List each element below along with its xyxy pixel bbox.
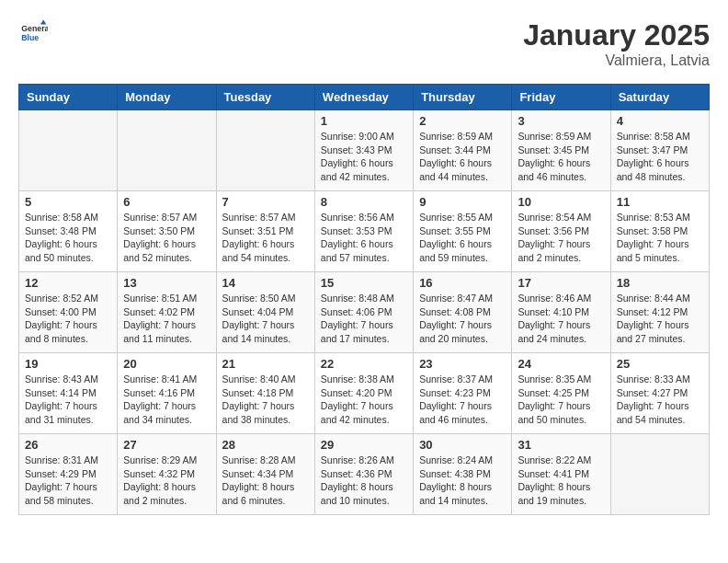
day-number: 16 (419, 276, 506, 290)
weekday-header-sunday: Sunday (19, 85, 118, 110)
calendar-cell: 2Sunrise: 8:59 AM Sunset: 3:44 PM Daylig… (414, 110, 512, 191)
day-info: Sunrise: 8:52 AM Sunset: 4:00 PM Dayligh… (25, 292, 111, 346)
day-number: 4 (617, 114, 703, 128)
day-number: 10 (518, 195, 604, 209)
calendar-cell: 21Sunrise: 8:40 AM Sunset: 4:18 PM Dayli… (216, 353, 314, 434)
calendar-cell: 4Sunrise: 8:58 AM Sunset: 3:47 PM Daylig… (610, 110, 709, 191)
day-info: Sunrise: 8:26 AM Sunset: 4:36 PM Dayligh… (321, 454, 407, 508)
day-number: 12 (25, 276, 111, 290)
calendar-cell: 24Sunrise: 8:35 AM Sunset: 4:25 PM Dayli… (512, 353, 610, 434)
day-number: 14 (222, 276, 309, 290)
month-title: January 2025 (523, 18, 710, 52)
day-info: Sunrise: 8:58 AM Sunset: 3:48 PM Dayligh… (25, 211, 111, 265)
calendar-cell: 1Sunrise: 9:00 AM Sunset: 3:43 PM Daylig… (314, 110, 413, 191)
day-info: Sunrise: 8:43 AM Sunset: 4:14 PM Dayligh… (25, 373, 111, 427)
calendar-cell: 11Sunrise: 8:53 AM Sunset: 3:58 PM Dayli… (610, 191, 709, 272)
day-info: Sunrise: 8:29 AM Sunset: 4:32 PM Dayligh… (123, 454, 210, 508)
day-number: 3 (518, 114, 604, 128)
weekday-header-saturday: Saturday (610, 85, 709, 110)
week-row-4: 26Sunrise: 8:31 AM Sunset: 4:29 PM Dayli… (19, 434, 710, 515)
day-info: Sunrise: 8:50 AM Sunset: 4:04 PM Dayligh… (222, 292, 309, 346)
day-info: Sunrise: 8:51 AM Sunset: 4:02 PM Dayligh… (123, 292, 210, 346)
day-number: 15 (321, 276, 407, 290)
svg-text:General: General (21, 24, 48, 33)
weekday-header-monday: Monday (118, 85, 216, 110)
weekday-header-tuesday: Tuesday (216, 85, 314, 110)
calendar-cell: 26Sunrise: 8:31 AM Sunset: 4:29 PM Dayli… (19, 434, 118, 515)
calendar-cell: 8Sunrise: 8:56 AM Sunset: 3:53 PM Daylig… (314, 191, 413, 272)
calendar: SundayMondayTuesdayWednesdayThursdayFrid… (18, 84, 710, 515)
day-info: Sunrise: 9:00 AM Sunset: 3:43 PM Dayligh… (321, 130, 407, 184)
day-info: Sunrise: 8:59 AM Sunset: 3:45 PM Dayligh… (518, 130, 604, 184)
day-number: 27 (123, 438, 210, 452)
calendar-cell: 20Sunrise: 8:41 AM Sunset: 4:16 PM Dayli… (118, 353, 216, 434)
day-number: 22 (321, 357, 407, 371)
calendar-cell: 30Sunrise: 8:24 AM Sunset: 4:38 PM Dayli… (414, 434, 512, 515)
calendar-cell: 9Sunrise: 8:55 AM Sunset: 3:55 PM Daylig… (414, 191, 512, 272)
day-number: 11 (617, 195, 703, 209)
calendar-cell (610, 434, 709, 515)
week-row-0: 1Sunrise: 9:00 AM Sunset: 3:43 PM Daylig… (19, 110, 710, 191)
day-number: 30 (419, 438, 506, 452)
calendar-cell (19, 110, 118, 191)
day-number: 6 (123, 195, 210, 209)
weekday-header-wednesday: Wednesday (314, 85, 413, 110)
day-number: 23 (419, 357, 506, 371)
calendar-cell: 14Sunrise: 8:50 AM Sunset: 4:04 PM Dayli… (216, 272, 314, 353)
calendar-cell: 22Sunrise: 8:38 AM Sunset: 4:20 PM Dayli… (314, 353, 413, 434)
day-number: 31 (518, 438, 604, 452)
day-number: 5 (25, 195, 111, 209)
day-info: Sunrise: 8:47 AM Sunset: 4:08 PM Dayligh… (419, 292, 506, 346)
day-number: 18 (617, 276, 703, 290)
calendar-cell: 3Sunrise: 8:59 AM Sunset: 3:45 PM Daylig… (512, 110, 610, 191)
calendar-cell: 16Sunrise: 8:47 AM Sunset: 4:08 PM Dayli… (414, 272, 512, 353)
day-info: Sunrise: 8:41 AM Sunset: 4:16 PM Dayligh… (123, 373, 210, 427)
week-row-1: 5Sunrise: 8:58 AM Sunset: 3:48 PM Daylig… (19, 191, 710, 272)
calendar-cell: 12Sunrise: 8:52 AM Sunset: 4:00 PM Dayli… (19, 272, 118, 353)
title-block: January 2025 Valmiera, Latvia (523, 18, 710, 69)
calendar-cell: 15Sunrise: 8:48 AM Sunset: 4:06 PM Dayli… (314, 272, 413, 353)
day-info: Sunrise: 8:54 AM Sunset: 3:56 PM Dayligh… (518, 211, 604, 265)
calendar-cell (216, 110, 314, 191)
calendar-cell: 31Sunrise: 8:22 AM Sunset: 4:41 PM Dayli… (512, 434, 610, 515)
day-number: 21 (222, 357, 309, 371)
week-row-2: 12Sunrise: 8:52 AM Sunset: 4:00 PM Dayli… (19, 272, 710, 353)
day-info: Sunrise: 8:35 AM Sunset: 4:25 PM Dayligh… (518, 373, 604, 427)
day-number: 20 (123, 357, 210, 371)
day-info: Sunrise: 8:24 AM Sunset: 4:38 PM Dayligh… (419, 454, 506, 508)
day-number: 13 (123, 276, 210, 290)
day-info: Sunrise: 8:37 AM Sunset: 4:23 PM Dayligh… (419, 373, 506, 427)
day-info: Sunrise: 8:57 AM Sunset: 3:51 PM Dayligh… (222, 211, 309, 265)
logo: General Blue (18, 18, 48, 48)
day-info: Sunrise: 8:31 AM Sunset: 4:29 PM Dayligh… (25, 454, 111, 508)
day-info: Sunrise: 8:33 AM Sunset: 4:27 PM Dayligh… (617, 373, 703, 427)
calendar-cell: 27Sunrise: 8:29 AM Sunset: 4:32 PM Dayli… (118, 434, 216, 515)
svg-text:Blue: Blue (21, 33, 39, 42)
calendar-cell: 28Sunrise: 8:28 AM Sunset: 4:34 PM Dayli… (216, 434, 314, 515)
logo-icon: General Blue (18, 18, 48, 48)
calendar-cell: 5Sunrise: 8:58 AM Sunset: 3:48 PM Daylig… (19, 191, 118, 272)
day-number: 19 (25, 357, 111, 371)
day-number: 9 (419, 195, 506, 209)
calendar-cell: 7Sunrise: 8:57 AM Sunset: 3:51 PM Daylig… (216, 191, 314, 272)
day-number: 25 (617, 357, 703, 371)
day-info: Sunrise: 8:55 AM Sunset: 3:55 PM Dayligh… (419, 211, 506, 265)
calendar-cell: 18Sunrise: 8:44 AM Sunset: 4:12 PM Dayli… (610, 272, 709, 353)
day-info: Sunrise: 8:57 AM Sunset: 3:50 PM Dayligh… (123, 211, 210, 265)
calendar-cell: 10Sunrise: 8:54 AM Sunset: 3:56 PM Dayli… (512, 191, 610, 272)
calendar-cell: 25Sunrise: 8:33 AM Sunset: 4:27 PM Dayli… (610, 353, 709, 434)
weekday-header-row: SundayMondayTuesdayWednesdayThursdayFrid… (19, 85, 710, 110)
calendar-cell: 17Sunrise: 8:46 AM Sunset: 4:10 PM Dayli… (512, 272, 610, 353)
day-info: Sunrise: 8:56 AM Sunset: 3:53 PM Dayligh… (321, 211, 407, 265)
day-number: 26 (25, 438, 111, 452)
day-info: Sunrise: 8:38 AM Sunset: 4:20 PM Dayligh… (321, 373, 407, 427)
day-number: 28 (222, 438, 309, 452)
day-number: 17 (518, 276, 604, 290)
day-info: Sunrise: 8:44 AM Sunset: 4:12 PM Dayligh… (617, 292, 703, 346)
calendar-cell: 13Sunrise: 8:51 AM Sunset: 4:02 PM Dayli… (118, 272, 216, 353)
weekday-header-friday: Friday (512, 85, 610, 110)
day-info: Sunrise: 8:58 AM Sunset: 3:47 PM Dayligh… (617, 130, 703, 184)
day-info: Sunrise: 8:22 AM Sunset: 4:41 PM Dayligh… (518, 454, 604, 508)
day-number: 7 (222, 195, 309, 209)
calendar-cell: 29Sunrise: 8:26 AM Sunset: 4:36 PM Dayli… (314, 434, 413, 515)
